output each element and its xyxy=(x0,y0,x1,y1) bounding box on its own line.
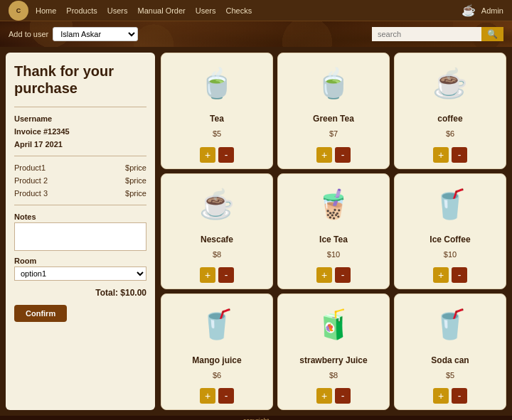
room-select[interactable]: option1 xyxy=(14,266,146,281)
nav-link-users[interactable]: Users xyxy=(107,6,128,15)
room-label: Room xyxy=(14,257,146,265)
navbar: C HomeProductsUsersManual OrderUsersChec… xyxy=(0,0,512,21)
remove-button-strawberry[interactable]: - xyxy=(335,388,351,404)
receipt-date: April 17 2021 xyxy=(14,140,146,149)
product-name-strawberry: strawberry Juice xyxy=(299,355,367,365)
notes-label: Notes xyxy=(14,212,146,221)
add-button-icetea[interactable]: + xyxy=(316,267,332,283)
product-card-coffee: ☕ coffee $6 + - xyxy=(394,53,506,169)
remove-button-soda[interactable]: - xyxy=(452,388,467,404)
receipt-title: Thank for your purchase xyxy=(14,63,146,97)
product-controls-coffee: + - xyxy=(433,147,467,163)
products-grid: 🍵 Tea $5 + - 🍵 Green Tea $7 + - ☕ coffee… xyxy=(161,53,506,410)
product-card-icetea: 🧋 Ice Tea $10 + - xyxy=(277,173,390,290)
user-select[interactable]: Islam Askar xyxy=(53,27,138,41)
nav-link-products[interactable]: Products xyxy=(66,6,97,15)
receipt-notes-section: Notes xyxy=(14,212,146,252)
add-button-strawberry[interactable]: + xyxy=(316,388,332,404)
nav-link-users[interactable]: Users xyxy=(196,6,216,15)
product-controls-tea: + - xyxy=(200,147,234,163)
product-price-soda: $5 xyxy=(446,371,454,379)
add-to-user-section: Add to user Islam Askar xyxy=(9,27,138,41)
product-image-mango: 🥤 xyxy=(192,301,242,348)
add-button-greentea[interactable]: + xyxy=(316,147,332,163)
receipt-product3-price: $price xyxy=(125,189,146,198)
receipt-product1-price: $price xyxy=(125,163,146,172)
remove-button-icetea[interactable]: - xyxy=(335,267,351,283)
product-name-mango: Mango juice xyxy=(192,355,241,365)
receipt-total: Total: $10.00 xyxy=(14,288,146,298)
remove-button-mango[interactable]: - xyxy=(218,388,234,404)
product-controls-icecoffee: + - xyxy=(433,267,467,283)
receipt-product2-row: Product 2 $price xyxy=(14,176,146,185)
product-name-tea: Tea xyxy=(210,114,224,124)
product-image-nescafe: ☕ xyxy=(192,181,242,227)
receipt-product3-row: Product 3 $price xyxy=(14,189,146,198)
nav-link-home[interactable]: Home xyxy=(36,6,56,15)
product-card-mango: 🥤 Mango juice $6 + - xyxy=(161,294,273,410)
product-card-greentea: 🍵 Green Tea $7 + - xyxy=(277,53,390,169)
search-input[interactable] xyxy=(372,27,481,41)
receipt-product2-label: Product 2 xyxy=(14,176,48,185)
search-button[interactable]: 🔍 xyxy=(481,27,503,41)
nav-links: HomeProductsUsersManual OrderUsersChecks xyxy=(36,6,462,15)
add-button-mango[interactable]: + xyxy=(200,388,215,404)
product-controls-icetea: + - xyxy=(316,267,351,283)
receipt-product3-label: Product 3 xyxy=(14,189,48,198)
receipt-product2-price: $price xyxy=(125,176,146,185)
product-price-strawberry: $8 xyxy=(329,371,338,379)
remove-button-tea[interactable]: - xyxy=(218,147,234,163)
product-controls-mango: + - xyxy=(200,388,234,404)
product-controls-strawberry: + - xyxy=(316,388,351,404)
nav-link-manual-order[interactable]: Manual Order xyxy=(138,6,186,15)
nav-link-checks[interactable]: Checks xyxy=(226,6,252,15)
search-bar: 🔍 xyxy=(372,27,503,41)
copyright: copyright xyxy=(0,416,512,420)
hero-bar: Add to user Islam Askar 🔍 xyxy=(0,21,512,47)
remove-button-greentea[interactable]: - xyxy=(335,147,351,163)
add-button-nescafe[interactable]: + xyxy=(200,267,215,283)
product-name-coffee: coffee xyxy=(437,114,462,124)
product-card-nescafe: ☕ Nescafe $8 + - xyxy=(161,173,273,290)
product-image-strawberry: 🧃 xyxy=(309,301,358,348)
receipt-username: Username xyxy=(14,114,146,123)
product-name-soda: Soda can xyxy=(431,355,469,365)
receipt-product1-row: Product1 $price xyxy=(14,163,146,172)
product-image-icecoffee: 🥤 xyxy=(425,181,475,227)
product-image-greentea: 🍵 xyxy=(309,60,358,107)
remove-button-coffee[interactable]: - xyxy=(452,147,467,163)
receipt-product1-label: Product1 xyxy=(14,163,46,172)
notes-textarea[interactable] xyxy=(14,222,146,251)
receipt-invoice: Invoice #12345 xyxy=(14,127,146,136)
add-button-tea[interactable]: + xyxy=(200,147,215,163)
coffee-nav-icon: ☕ xyxy=(462,4,476,17)
add-button-soda[interactable]: + xyxy=(433,388,449,404)
add-button-coffee[interactable]: + xyxy=(433,147,449,163)
product-image-tea: 🍵 xyxy=(192,60,242,107)
receipt-room-section: Room option1 xyxy=(14,257,146,281)
product-price-greentea: $7 xyxy=(329,129,338,138)
receipt-panel: Thank for your purchase Username Invoice… xyxy=(6,53,155,410)
product-price-icetea: $10 xyxy=(327,250,340,259)
admin-label: Admin xyxy=(481,6,503,15)
product-price-icecoffee: $10 xyxy=(444,250,457,259)
product-name-greentea: Green Tea xyxy=(313,114,354,124)
product-card-soda: 🥤 Soda can $5 + - xyxy=(394,294,506,410)
logo: C xyxy=(9,1,28,21)
remove-button-icecoffee[interactable]: - xyxy=(452,267,467,283)
product-image-icetea: 🧋 xyxy=(309,181,358,227)
product-image-coffee: ☕ xyxy=(425,60,475,107)
product-price-coffee: $6 xyxy=(446,129,454,138)
product-card-icecoffee: 🥤 Ice Coffee $10 + - xyxy=(394,173,506,290)
product-controls-nescafe: + - xyxy=(200,267,234,283)
product-image-soda: 🥤 xyxy=(425,301,475,348)
remove-button-nescafe[interactable]: - xyxy=(218,267,234,283)
add-to-user-label: Add to user xyxy=(9,30,48,38)
add-button-icecoffee[interactable]: + xyxy=(433,267,449,283)
product-price-nescafe: $8 xyxy=(213,250,221,259)
product-price-tea: $5 xyxy=(213,129,221,138)
confirm-button[interactable]: Confirm xyxy=(14,305,67,322)
product-card-strawberry: 🧃 strawberry Juice $8 + - xyxy=(277,294,390,410)
product-price-mango: $6 xyxy=(213,371,221,379)
product-card-tea: 🍵 Tea $5 + - xyxy=(161,53,273,169)
